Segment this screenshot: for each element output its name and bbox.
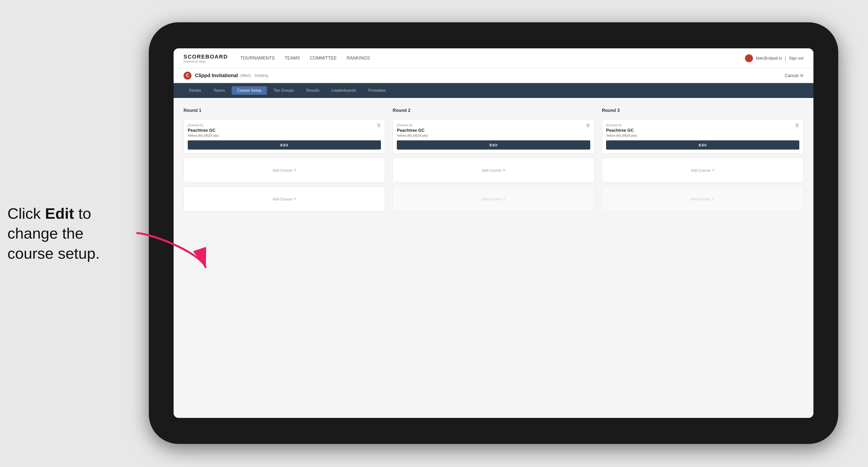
tab-teams[interactable]: Teams [208, 86, 230, 95]
nav-tournaments[interactable]: TOURNAMENTS [240, 54, 275, 62]
user-separator: | [785, 56, 786, 61]
tablet-frame: SCOREBOARD Powered by clippd TOURNAMENTS… [149, 22, 838, 444]
round-1-edit-button[interactable]: Edit [188, 141, 381, 150]
round-1-add-course-1[interactable]: Add Course + [184, 158, 385, 183]
arrow-indicator [131, 228, 211, 274]
tab-nav: Details Teams Course Setup Tee Groups Re… [174, 83, 813, 98]
round-2-add-course-label-2: Add Course [482, 197, 501, 201]
round-1-add-course-2[interactable]: Add Course + [184, 187, 385, 211]
tournament-bar: C Clippd Invitational (Men) Hosting Canc… [174, 68, 813, 83]
round-3-delete-icon[interactable]: 🗑 [794, 122, 800, 128]
round-3-add-plus-2: + [712, 196, 715, 201]
round-3-course-card: 🗑 (Course A) Peachtree GC Yellow (M) (66… [602, 119, 804, 154]
round-3-add-plus-1: + [712, 168, 715, 173]
round-2-add-course-1[interactable]: Add Course + [393, 158, 594, 183]
round-1-add-plus-2: + [293, 196, 297, 201]
tournament-name: Clippd Invitational [195, 73, 238, 79]
round-1-add-course-label-2: Add Course [273, 197, 292, 201]
nav-user: blair@clippd.io | Sign out [745, 54, 804, 62]
cancel-button[interactable]: Cancel ✕ [785, 73, 804, 79]
round-2-label: Round 2 [393, 108, 594, 113]
nav-rankings[interactable]: RANKINGS [347, 54, 370, 62]
round-2-course-card: 🗑 (Course A) Peachtree GC Yellow (M) (66… [393, 119, 594, 154]
round-2-add-plus-2: + [503, 196, 505, 201]
tab-tee-groups[interactable]: Tee Groups [268, 86, 300, 95]
round-2-delete-icon[interactable]: 🗑 [585, 122, 591, 128]
round-1-label: Round 1 [184, 108, 385, 113]
round-1-add-course-label-1: Add Course [273, 168, 292, 173]
instruction-text: Click Edit tochange thecourse setup. [7, 204, 146, 263]
round-3-column: Round 3 🗑 (Course A) Peachtree GC Yellow… [602, 108, 804, 211]
round-3-course-name: Peachtree GC [606, 128, 799, 133]
top-nav: SCOREBOARD Powered by clippd TOURNAMENTS… [174, 49, 813, 68]
main-content: Round 1 🗑 (Course A) Peachtree GC Yellow… [174, 98, 813, 418]
instruction-bold: Edit [45, 205, 74, 222]
round-1-course-tee: Yellow (M) (6629 yds) [188, 134, 381, 137]
logo-subtitle: Powered by clippd [184, 60, 228, 63]
tab-details[interactable]: Details [184, 86, 207, 95]
round-1-column: Round 1 🗑 (Course A) Peachtree GC Yellow… [184, 108, 385, 211]
round-2-add-plus-1: + [503, 168, 505, 173]
round-2-add-course-label-1: Add Course [482, 168, 501, 173]
tab-leaderboards[interactable]: Leaderboards [326, 86, 362, 95]
nav-teams[interactable]: TEAMS [285, 54, 300, 62]
tab-results[interactable]: Results [301, 86, 325, 95]
round-2-add-course-2: Add Course + [393, 187, 594, 211]
tournament-hosting: Hosting [255, 73, 268, 78]
round-1-delete-icon[interactable]: 🗑 [376, 122, 382, 128]
logo-area: SCOREBOARD Powered by clippd [184, 54, 228, 63]
round-3-add-course-1[interactable]: Add Course + [602, 158, 804, 183]
user-email: blair@clippd.io [756, 56, 782, 61]
logo-title: SCOREBOARD [184, 54, 228, 60]
round-1-add-plus-1: + [293, 168, 297, 173]
sign-out-link[interactable]: Sign out [789, 56, 804, 61]
tab-printables[interactable]: Printables [363, 86, 391, 95]
round-3-add-course-label-1: Add Course [691, 168, 710, 173]
tournament-gender: (Men) [240, 73, 251, 78]
round-2-course-tee: Yellow (M) (6629 yds) [397, 134, 590, 137]
instruction-before: Click [7, 205, 45, 222]
round-2-course-tag: (Course A) [397, 123, 590, 127]
round-1-course-name: Peachtree GC [188, 128, 381, 133]
round-2-edit-button[interactable]: Edit [397, 141, 590, 150]
tablet-screen: SCOREBOARD Powered by clippd TOURNAMENTS… [174, 49, 813, 418]
tournament-logo: C [184, 72, 191, 80]
round-2-column: Round 2 🗑 (Course A) Peachtree GC Yellow… [393, 108, 594, 211]
round-3-course-tee: Yellow (M) (6629 yds) [606, 134, 799, 137]
round-1-course-card: 🗑 (Course A) Peachtree GC Yellow (M) (66… [184, 119, 385, 154]
round-3-edit-button[interactable]: Edit [606, 141, 799, 150]
round-3-add-course-2: Add Course + [602, 187, 804, 211]
nav-committee[interactable]: COMMITTEE [310, 54, 337, 62]
round-1-course-tag: (Course A) [188, 123, 381, 127]
tab-course-setup[interactable]: Course Setup [231, 86, 267, 95]
nav-links: TOURNAMENTS TEAMS COMMITTEE RANKINGS [240, 54, 745, 62]
round-3-add-course-label-2: Add Course [691, 197, 710, 201]
user-avatar [745, 54, 753, 62]
round-3-course-tag: (Course A) [606, 123, 799, 127]
round-3-label: Round 3 [602, 108, 804, 113]
rounds-container: Round 1 🗑 (Course A) Peachtree GC Yellow… [184, 108, 804, 211]
round-2-course-name: Peachtree GC [397, 128, 590, 133]
